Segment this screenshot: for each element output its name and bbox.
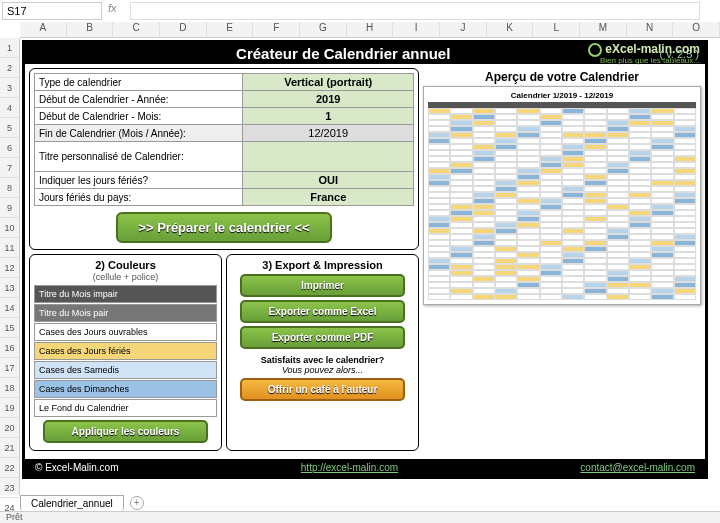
formula-bar[interactable] <box>130 2 700 20</box>
add-sheet-button[interactable]: + <box>130 496 144 510</box>
footer: © Excel-Malin.com http://excel-malin.com… <box>25 459 705 476</box>
cfg-title-value[interactable] <box>243 142 414 172</box>
cfg-year-value[interactable]: 2019 <box>243 91 414 108</box>
export-panel: 3) Export & Impression Imprimer Exporter… <box>226 254 419 451</box>
brand: eXcel-malin.com Bien plus que les tablea… <box>588 43 700 65</box>
export-pdf-button[interactable]: Exporter comme PDF <box>240 326 405 349</box>
colors-sub: (cellule + police) <box>34 272 217 282</box>
preview-panel: Aperçu de votre Calendrier Calendrier 1/… <box>423 70 701 305</box>
color-even-month[interactable]: Titre du Mois pair <box>34 304 217 322</box>
print-button[interactable]: Imprimer <box>240 274 405 297</box>
export-excel-button[interactable]: Exporter comme Excel <box>240 300 405 323</box>
cfg-year-label: Début de Calendrier - Année: <box>35 91 243 108</box>
cfg-holidays-value[interactable]: OUI <box>243 172 414 189</box>
cfg-end-label: Fin de Calendrier (Mois / Année): <box>35 125 243 142</box>
cfg-country-value[interactable]: France <box>243 189 414 206</box>
footer-mail[interactable]: contact@excel-malin.com <box>580 462 695 473</box>
satisfied-text: Satisfaits avec le calendrier? <box>231 355 414 365</box>
clock-icon <box>588 43 602 57</box>
color-background[interactable]: Le Fond du Calendrier <box>34 399 217 417</box>
cfg-holidays-label: Indiquer les jours fériés? <box>35 172 243 189</box>
cfg-month-value[interactable]: 1 <box>243 108 414 125</box>
color-holidays[interactable]: Cases des Jours fériés <box>34 342 217 360</box>
footer-copy: © Excel-Malin.com <box>35 462 119 473</box>
tab-calendrier[interactable]: Calendrier_annuel <box>20 495 124 511</box>
status-bar: Prêt <box>0 511 720 523</box>
color-odd-month[interactable]: Titre du Mois impair <box>34 285 217 303</box>
fx-label <box>108 2 121 14</box>
app-title: Créateur de Calendrier annuel <box>236 45 450 62</box>
app-header: Créateur de Calendrier annuel ( v. 2.5 )… <box>25 43 705 64</box>
cfg-end-value: 12/2019 <box>243 125 414 142</box>
colors-panel: 2) Couleurs (cellule + police) Titre du … <box>29 254 222 451</box>
color-sundays[interactable]: Cases des Dimanches <box>34 380 217 398</box>
export-heading: 3) Export & Impression <box>231 259 414 271</box>
name-box[interactable] <box>2 2 102 20</box>
preview-heading: Aperçu de votre Calendrier <box>423 70 701 84</box>
calendar-preview-grid <box>428 102 696 300</box>
colors-heading: 2) Couleurs <box>34 259 217 271</box>
preview-title: Calendrier 1/2019 - 12/2019 <box>428 91 696 100</box>
column-headers: ABCDEFGHIJKLMNO <box>20 22 720 38</box>
cfg-title-label: Titre personnalisé de Calendrier: <box>35 142 243 172</box>
you-can-text: Vous pouvez alors... <box>231 365 414 375</box>
prepare-button[interactable]: >> Préparer le calendrier << <box>116 212 331 243</box>
cfg-type-value[interactable]: Vertical (portrait) <box>243 74 414 91</box>
apply-colors-button[interactable]: Appliquer les couleurs <box>43 420 208 443</box>
row-headers: 123456789101112131415161718192021222324 <box>0 38 20 495</box>
cfg-country-label: Jours fériés du pays: <box>35 189 243 206</box>
sheet-tabs: Calendrier_annuel + <box>20 495 144 511</box>
color-workdays[interactable]: Cases des Jours ouvrables <box>34 323 217 341</box>
footer-link[interactable]: http://excel-malin.com <box>301 462 398 473</box>
config-panel: Type de calendrierVertical (portrait) Dé… <box>29 68 419 250</box>
cfg-month-label: Début de Calendrier - Mois: <box>35 108 243 125</box>
color-saturdays[interactable]: Cases des Samedis <box>34 361 217 379</box>
coffee-button[interactable]: Offrir un café à l'auteur <box>240 378 405 401</box>
cfg-type-label: Type de calendrier <box>35 74 243 91</box>
worksheet: Créateur de Calendrier annuel ( v. 2.5 )… <box>20 38 720 495</box>
